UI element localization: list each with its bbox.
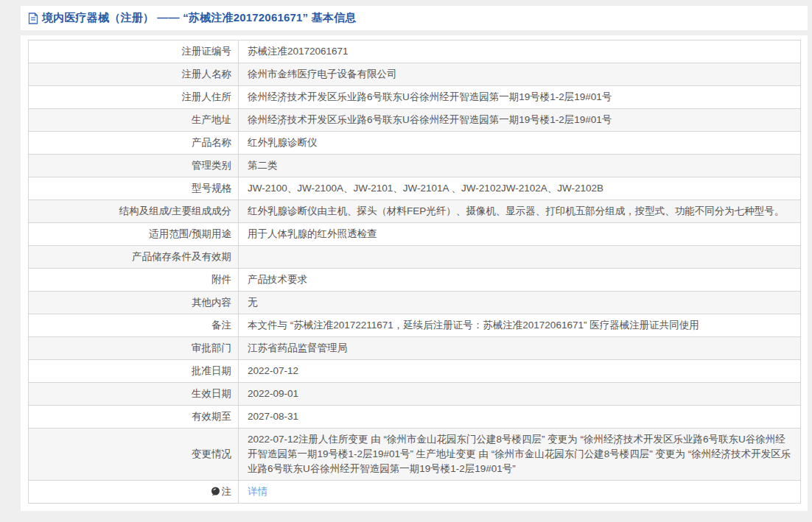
table-row: 产品名称红外乳腺诊断仪 [29, 132, 801, 155]
table-row: 附件产品技术要求 [29, 269, 801, 292]
row-value: 第二类 [239, 155, 801, 177]
row-label: 备注 [29, 314, 239, 337]
table-row: 变更情况2022-07-12注册人住所变更 由 “徐州市金山花园东门公建8号楼四… [29, 428, 801, 481]
table-row: 生效日期2022-09-01 [29, 383, 801, 406]
row-value: 本文件与 “苏械注准20172211671，延续后注册证号：苏械注准201720… [239, 314, 801, 337]
page-title: 境内医疗器械（注册） —— “苏械注准20172061671” 基本信息 [42, 11, 356, 25]
page: 境内医疗器械（注册） —— “苏械注准20172061671” 基本信息 注册证… [0, 0, 812, 511]
row-value: 红外乳腺诊断仪由主机、探头（材料FEP光纤）、摄像机、显示器、打印机五部分组成，… [239, 200, 801, 223]
row-value: 2027-08-31 [239, 406, 801, 428]
row-value: JW-2100、JW-2100A、JW-2101、JW-2101A 、JW-21… [239, 177, 801, 200]
row-value: 2022-07-12 [239, 360, 801, 383]
row-label: 生效日期 [29, 383, 239, 406]
row-label: 注册人名称 [29, 63, 239, 86]
row-value: 无 [239, 292, 801, 314]
row-value: 详情 [239, 481, 801, 504]
card-header: 境内医疗器械（注册） —— “苏械注准20172061671” 基本信息 [21, 6, 808, 30]
row-label: 注册证编号 [29, 40, 239, 63]
row-value: 红外乳腺诊断仪 [239, 132, 801, 155]
table-row: 适用范围/预期用途用于人体乳腺的红外照透检查 [29, 223, 801, 246]
row-label: 结构及组成/主要组成成分 [29, 200, 239, 223]
table-row: 其他内容无 [29, 292, 801, 314]
table-row: 管理类别第二类 [29, 155, 801, 177]
row-label: 产品储存条件及有效期 [29, 246, 239, 269]
table-row: 有效期至2027-08-31 [29, 406, 801, 428]
registration-info-table: 注册证编号苏械注准20172061671注册人名称徐州市金纬医疗电子设备有限公司… [28, 40, 801, 504]
table-panel: 注册证编号苏械注准20172061671注册人名称徐州市金纬医疗电子设备有限公司… [21, 35, 808, 511]
table-row: 注册人住所徐州经济技术开发区乐业路6号联东U谷徐州经开智造园第一期19号楼1-2… [29, 86, 801, 109]
row-label: 注 [29, 481, 239, 504]
row-value: 2022-09-01 [239, 383, 801, 406]
table-row: 备注本文件与 “苏械注准20172211671，延续后注册证号：苏械注准2017… [29, 314, 801, 337]
row-label: 附件 [29, 269, 239, 292]
row-value: 用于人体乳腺的红外照透检查 [239, 223, 801, 246]
header-table-gap [21, 30, 808, 35]
table-row: 注册人名称徐州市金纬医疗电子设备有限公司 [29, 63, 801, 86]
table-row: 产品储存条件及有效期 [29, 246, 801, 269]
row-label: 注册人住所 [29, 86, 239, 109]
table-row: 审批部门江苏省药品监督管理局 [29, 337, 801, 360]
row-label: 审批部门 [29, 337, 239, 360]
row-label: 型号规格 [29, 177, 239, 200]
row-value: 产品技术要求 [239, 269, 801, 292]
document-icon [28, 13, 38, 24]
table-row: 生产地址徐州经济技术开发区乐业路6号联东U谷徐州经开智造园第一期19号楼1-2层… [29, 109, 801, 132]
row-label: 批准日期 [29, 360, 239, 383]
table-row: 注册证编号苏械注准20172061671 [29, 40, 801, 63]
detail-link[interactable]: 详情 [248, 486, 267, 497]
row-value: 2022-07-12注册人住所变更 由 “徐州市金山花园东门公建8号楼四层” 变… [239, 428, 801, 481]
note-icon [211, 487, 220, 496]
row-value: 徐州经济技术开发区乐业路6号联东U谷徐州经开智造园第一期19号楼1-2层19#0… [239, 109, 801, 132]
row-value: 苏械注准20172061671 [239, 40, 801, 63]
row-label: 其他内容 [29, 292, 239, 314]
row-label: 管理类别 [29, 155, 239, 177]
row-value: 徐州市金纬医疗电子设备有限公司 [239, 63, 801, 86]
table-row: 结构及组成/主要组成成分红外乳腺诊断仪由主机、探头（材料FEP光纤）、摄像机、显… [29, 200, 801, 223]
row-value: 徐州经济技术开发区乐业路6号联东U谷徐州经开智造园第一期19号楼1-2层19#0… [239, 86, 801, 109]
row-label: 有效期至 [29, 406, 239, 428]
row-label: 产品名称 [29, 132, 239, 155]
table-row: 型号规格JW-2100、JW-2100A、JW-2101、JW-2101A 、J… [29, 177, 801, 200]
table-row: 批准日期2022-07-12 [29, 360, 801, 383]
row-label: 适用范围/预期用途 [29, 223, 239, 246]
row-label: 生产地址 [29, 109, 239, 132]
row-value [239, 246, 801, 269]
table-row: 注详情 [29, 481, 801, 504]
row-value: 江苏省药品监督管理局 [239, 337, 801, 360]
row-label: 变更情况 [29, 428, 239, 481]
